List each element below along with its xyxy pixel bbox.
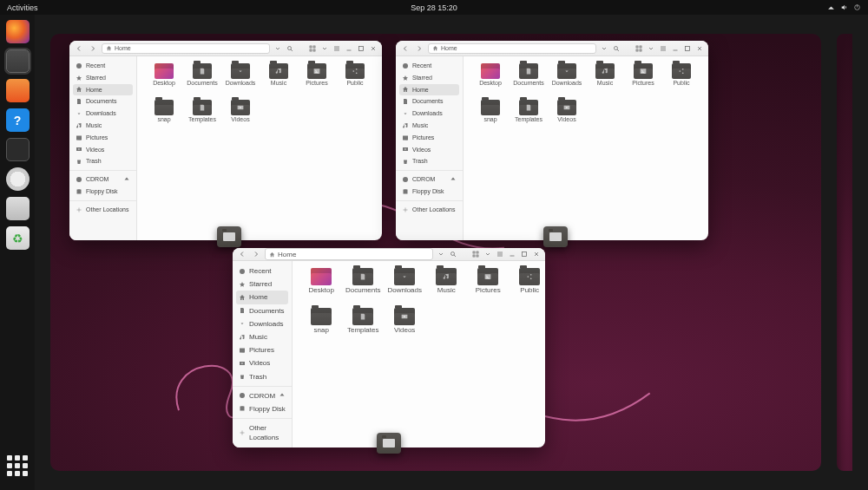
folder-downloads[interactable]: Downloads — [224, 63, 257, 96]
sidebar-item-videos[interactable]: Videos — [69, 144, 136, 156]
eject-icon[interactable] — [123, 176, 130, 183]
folder-pictures[interactable]: Pictures — [470, 268, 506, 304]
folder-templates[interactable]: Templates — [345, 308, 381, 344]
window-titlebar[interactable]: Home — [233, 248, 545, 261]
sidebar-item-pictures[interactable]: Pictures — [233, 343, 292, 356]
dock-app-firefox[interactable] — [6, 20, 30, 43]
files-grid[interactable]: DesktopDocumentsDownloadsMusicPicturesPu… — [293, 261, 545, 448]
sidebar-item-other[interactable]: Other Locations — [396, 204, 463, 216]
nav-back-button[interactable] — [74, 43, 84, 54]
sidebar-item-recent[interactable]: Recent — [69, 60, 136, 72]
activities-button[interactable]: Activities — [7, 3, 111, 12]
close-button[interactable] — [369, 44, 378, 53]
path-bar[interactable]: Home — [265, 248, 433, 260]
workspace-next[interactable] — [837, 34, 852, 471]
sidebar-item-floppy[interactable]: Floppy Disk — [233, 402, 292, 415]
folder-snap[interactable]: snap — [148, 100, 181, 133]
folder-public[interactable]: Public — [665, 63, 698, 96]
hamburger-menu-button[interactable] — [659, 44, 667, 53]
sidebar-item-starred[interactable]: Starred — [69, 72, 136, 84]
sidebar-item-recent[interactable]: Recent — [233, 265, 292, 278]
eject-icon[interactable] — [279, 392, 286, 399]
folder-music[interactable]: Music — [589, 63, 621, 96]
folder-desktop[interactable]: Desktop — [303, 268, 339, 304]
folder-snap[interactable]: snap — [474, 100, 507, 133]
system-tray[interactable] — [757, 3, 861, 11]
sidebar-item-documents[interactable]: Documents — [69, 95, 136, 108]
nav-forward-button[interactable] — [414, 43, 424, 54]
dock-app-files[interactable] — [6, 49, 30, 73]
folder-videos[interactable]: Videos — [224, 100, 257, 133]
folder-pictures[interactable]: Pictures — [300, 63, 333, 96]
view-dropdown-button[interactable] — [320, 44, 329, 53]
window-titlebar[interactable]: Home — [396, 41, 708, 56]
window-titlebar[interactable]: Home — [69, 41, 382, 56]
folder-public[interactable]: Public — [339, 63, 372, 96]
sidebar-item-cdrom[interactable]: CDROM — [69, 173, 136, 186]
dock-app-help[interactable]: ? — [6, 108, 30, 132]
folder-music[interactable]: Music — [428, 268, 464, 304]
view-grid-button[interactable] — [471, 250, 480, 258]
sidebar-item-cdrom[interactable]: CDROM — [233, 389, 292, 402]
sidebar-item-floppy[interactable]: Floppy Disk — [69, 186, 136, 198]
sidebar-item-music[interactable]: Music — [233, 330, 292, 343]
hamburger-menu-button[interactable] — [332, 44, 341, 53]
search-button[interactable] — [449, 250, 457, 258]
folder-videos[interactable]: Videos — [550, 100, 583, 133]
workspace-current[interactable]: HomeRecentStarredHomeDocumentsDownloadsM… — [50, 34, 821, 471]
sidebar-item-other[interactable]: Other Locations — [69, 204, 136, 216]
dock-app-trash[interactable]: ♻ — [6, 226, 30, 250]
folder-music[interactable]: Music — [262, 63, 295, 96]
path-bar[interactable]: Home — [428, 43, 596, 54]
sidebar-item-pictures[interactable]: Pictures — [396, 132, 463, 144]
window-app-icon-1[interactable] — [217, 226, 241, 247]
folder-pictures[interactable]: Pictures — [627, 63, 660, 96]
sidebar-item-cdrom[interactable]: CDROM — [396, 173, 463, 186]
folder-public[interactable]: Public — [511, 268, 545, 304]
sidebar-item-downloads[interactable]: Downloads — [233, 317, 292, 330]
view-dropdown-button[interactable] — [647, 44, 655, 53]
folder-documents[interactable]: Documents — [186, 63, 219, 96]
sidebar-item-home[interactable]: Home — [73, 84, 133, 96]
window-app-icon-2[interactable] — [543, 226, 568, 247]
show-apps-button[interactable] — [7, 455, 28, 476]
window-app-icon-3[interactable] — [377, 433, 401, 454]
folder-downloads[interactable]: Downloads — [550, 63, 583, 96]
path-bar[interactable]: Home — [102, 43, 270, 54]
nav-forward-button[interactable] — [251, 249, 261, 259]
sidebar-item-floppy[interactable]: Floppy Disk — [396, 186, 463, 198]
folder-snap[interactable]: snap — [303, 308, 339, 344]
maximize-button[interactable] — [683, 44, 692, 53]
dock-app-software[interactable] — [6, 79, 30, 102]
sidebar-item-music[interactable]: Music — [69, 120, 136, 132]
sidebar-item-documents[interactable]: Documents — [396, 95, 463, 108]
sidebar-item-videos[interactable]: Videos — [233, 356, 292, 369]
files-window-1[interactable]: HomeRecentStarredHomeDocumentsDownloadsM… — [69, 41, 382, 240]
sidebar-item-videos[interactable]: Videos — [396, 144, 463, 156]
sidebar-item-music[interactable]: Music — [396, 120, 463, 132]
sidebar-item-documents[interactable]: Documents — [233, 304, 292, 317]
sidebar-item-trash[interactable]: Trash — [396, 155, 463, 167]
minimize-button[interactable] — [671, 44, 680, 53]
nav-forward-button[interactable] — [88, 43, 98, 54]
minimize-button[interactable] — [508, 250, 516, 258]
folder-documents[interactable]: Documents — [512, 63, 545, 96]
search-button[interactable] — [286, 44, 294, 53]
view-grid-button[interactable] — [308, 44, 317, 53]
hamburger-menu-button[interactable] — [496, 250, 504, 258]
path-dropdown-button[interactable] — [437, 250, 445, 258]
files-grid[interactable]: DesktopDocumentsDownloadsMusicPicturesPu… — [464, 56, 708, 240]
sidebar-item-starred[interactable]: Starred — [396, 72, 463, 84]
files-grid[interactable]: DesktopDocumentsDownloadsMusicPicturesPu… — [137, 56, 382, 240]
maximize-button[interactable] — [520, 250, 529, 258]
sidebar-item-home[interactable]: Home — [399, 84, 459, 96]
clock[interactable]: Sep 28 15:20 — [111, 3, 757, 12]
sidebar-item-trash[interactable]: Trash — [69, 155, 136, 167]
nav-back-button[interactable] — [237, 249, 247, 259]
sidebar-item-recent[interactable]: Recent — [396, 60, 463, 72]
minimize-button[interactable] — [345, 44, 353, 53]
sidebar-item-other[interactable]: Other Locations — [233, 421, 292, 444]
maximize-button[interactable] — [357, 44, 365, 53]
sidebar-item-downloads[interactable]: Downloads — [69, 108, 136, 120]
dock-app-drive[interactable] — [6, 197, 30, 220]
